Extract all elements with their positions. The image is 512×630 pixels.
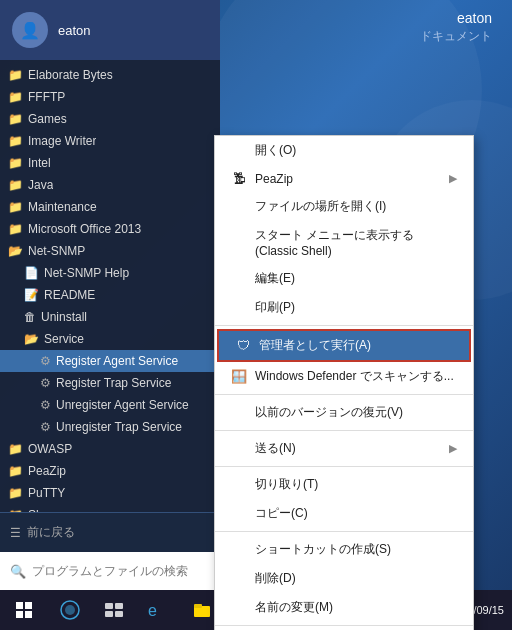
program-item-peazip[interactable]: 📁PeaZip — [0, 460, 220, 482]
program-icon-elaborate-bytes: 📁 — [8, 68, 23, 82]
desktop-user-info: eaton ドキュメント — [420, 10, 492, 45]
ctx-label-defender: Windows Defender でスキャンする... — [255, 368, 457, 385]
program-item-register-agent-service[interactable]: ⚙Register Agent Service — [0, 350, 220, 372]
program-item-unregister-agent-service[interactable]: ⚙Unregister Agent Service — [0, 394, 220, 416]
program-icon-uninstall: 🗑 — [24, 310, 36, 324]
ctx-item-print[interactable]: 印刷(P) — [215, 293, 473, 322]
search-input[interactable] — [32, 564, 210, 578]
start-button[interactable] — [0, 590, 48, 630]
program-item-net-snmp[interactable]: 📂Net-SNMP — [0, 240, 220, 262]
ctx-item-classic-shell-pin[interactable]: スタート メニューに表示する (Classic Shell) — [215, 221, 473, 264]
svg-rect-3 — [25, 611, 32, 618]
program-label-register-trap-service: Register Trap Service — [56, 376, 171, 390]
program-label-image-writer: Image Writer — [28, 134, 96, 148]
ctx-arrow-peazip: ▶ — [449, 172, 457, 185]
svg-point-5 — [65, 605, 75, 615]
program-icon-net-snmp: 📂 — [8, 244, 23, 258]
program-icon-putty: 📁 — [8, 486, 23, 500]
search-bar: 🔍 — [0, 552, 220, 590]
ctx-item-cut[interactable]: 切り取り(T) — [215, 470, 473, 499]
back-button[interactable]: ☰ 前に戻る — [10, 524, 75, 541]
ctx-icon-peazip: 🗜 — [231, 171, 247, 186]
ctx-item-run-as-admin[interactable]: 🛡管理者として実行(A) — [217, 329, 471, 362]
program-item-intel[interactable]: 📁Intel — [0, 152, 220, 174]
program-item-elaborate-bytes[interactable]: 📁Elaborate Bytes — [0, 64, 220, 86]
program-item-register-trap-service[interactable]: ⚙Register Trap Service — [0, 372, 220, 394]
desktop-documents-link[interactable]: ドキュメント — [420, 28, 492, 45]
taskbar-task-view[interactable] — [92, 590, 136, 630]
program-item-maintenance[interactable]: 📁Maintenance — [0, 196, 220, 218]
taskbar-cortana[interactable] — [48, 590, 92, 630]
program-item-uninstall[interactable]: 🗑Uninstall — [0, 306, 220, 328]
program-icon-net-snmp-help: 📄 — [24, 266, 39, 280]
program-item-net-snmp-help[interactable]: 📄Net-SNMP Help — [0, 262, 220, 284]
svg-rect-8 — [105, 611, 113, 617]
program-icon-peazip: 📁 — [8, 464, 23, 478]
ctx-label-restore: 以前のバージョンの復元(V) — [255, 404, 457, 421]
context-menu: 開く(O)🗜PeaZip▶ファイルの場所を開く(I)スタート メニューに表示する… — [214, 135, 474, 630]
program-icon-unregister-agent-service: ⚙ — [40, 398, 51, 412]
svg-rect-6 — [105, 603, 113, 609]
program-icon-maintenance: 📁 — [8, 200, 23, 214]
start-menu-bottom: ☰ 前に戻る — [0, 512, 220, 552]
ctx-item-restore[interactable]: 以前のバージョンの復元(V) — [215, 398, 473, 427]
program-icon-games: 📁 — [8, 112, 23, 126]
program-item-unregister-trap-service[interactable]: ⚙Unregister Trap Service — [0, 416, 220, 438]
program-icon-image-writer: 📁 — [8, 134, 23, 148]
program-label-putty: PuTTY — [28, 486, 65, 500]
ctx-label-classic-shell-pin: スタート メニューに表示する (Classic Shell) — [255, 227, 457, 258]
program-label-net-snmp: Net-SNMP — [28, 244, 85, 258]
ctx-item-rename[interactable]: 名前の変更(M) — [215, 593, 473, 622]
ctx-item-peazip[interactable]: 🗜PeaZip▶ — [215, 165, 473, 192]
program-label-unregister-agent-service: Unregister Agent Service — [56, 398, 189, 412]
ctx-item-create-shortcut[interactable]: ショートカットの作成(S) — [215, 535, 473, 564]
program-label-java: Java — [28, 178, 53, 192]
program-item-msoffice[interactable]: 📁Microsoft Office 2013 — [0, 218, 220, 240]
program-item-ffftp[interactable]: 📁FFFTP — [0, 86, 220, 108]
program-icon-intel: 📁 — [8, 156, 23, 170]
program-label-register-agent-service: Register Agent Service — [56, 354, 178, 368]
ctx-label-peazip: PeaZip — [255, 172, 441, 186]
program-icon-register-agent-service: ⚙ — [40, 354, 51, 368]
program-item-owasp[interactable]: 📁OWASP — [0, 438, 220, 460]
program-label-elaborate-bytes: Elaborate Bytes — [28, 68, 113, 82]
program-icon-owasp: 📁 — [8, 442, 23, 456]
program-label-msoffice: Microsoft Office 2013 — [28, 222, 141, 236]
program-label-ffftp: FFFTP — [28, 90, 65, 104]
ctx-arrow-send-to: ▶ — [449, 442, 457, 455]
program-icon-java: 📁 — [8, 178, 23, 192]
taskbar-edge[interactable]: e — [136, 590, 180, 630]
ctx-item-open-location[interactable]: ファイルの場所を開く(I) — [215, 192, 473, 221]
start-menu-user-area: 👤 eaton — [0, 0, 220, 60]
program-item-skype[interactable]: 📁Skype — [0, 504, 220, 512]
program-item-image-writer[interactable]: 📁Image Writer — [0, 130, 220, 152]
ctx-icon-defender: 🪟 — [231, 369, 247, 384]
program-item-readme[interactable]: 📝README — [0, 284, 220, 306]
ctx-item-edit[interactable]: 編集(E) — [215, 264, 473, 293]
program-item-java[interactable]: 📁Java — [0, 174, 220, 196]
ctx-item-open[interactable]: 開く(O) — [215, 136, 473, 165]
svg-rect-12 — [194, 604, 202, 608]
program-label-service: Service — [44, 332, 84, 346]
program-item-games[interactable]: 📁Games — [0, 108, 220, 130]
program-label-intel: Intel — [28, 156, 51, 170]
ctx-label-open: 開く(O) — [255, 142, 457, 159]
ctx-separator — [215, 625, 473, 626]
program-label-peazip: PeaZip — [28, 464, 66, 478]
program-label-maintenance: Maintenance — [28, 200, 97, 214]
ctx-item-defender[interactable]: 🪟Windows Defender でスキャンする... — [215, 362, 473, 391]
ctx-item-send-to[interactable]: 送る(N)▶ — [215, 434, 473, 463]
program-item-service[interactable]: 📂Service — [0, 328, 220, 350]
ctx-item-delete[interactable]: 削除(D) — [215, 564, 473, 593]
back-label: 前に戻る — [27, 524, 75, 541]
program-icon-ffftp: 📁 — [8, 90, 23, 104]
program-item-putty[interactable]: 📁PuTTY — [0, 482, 220, 504]
ctx-label-delete: 削除(D) — [255, 570, 457, 587]
programs-list: 📁Elaborate Bytes📁FFFTP📁Games📁Image Write… — [0, 60, 220, 512]
program-label-uninstall: Uninstall — [41, 310, 87, 324]
ctx-label-run-as-admin: 管理者として実行(A) — [259, 337, 453, 354]
ctx-item-copy[interactable]: コピー(C) — [215, 499, 473, 528]
svg-rect-2 — [16, 611, 23, 618]
ctx-separator — [215, 466, 473, 467]
ctx-label-rename: 名前の変更(M) — [255, 599, 457, 616]
